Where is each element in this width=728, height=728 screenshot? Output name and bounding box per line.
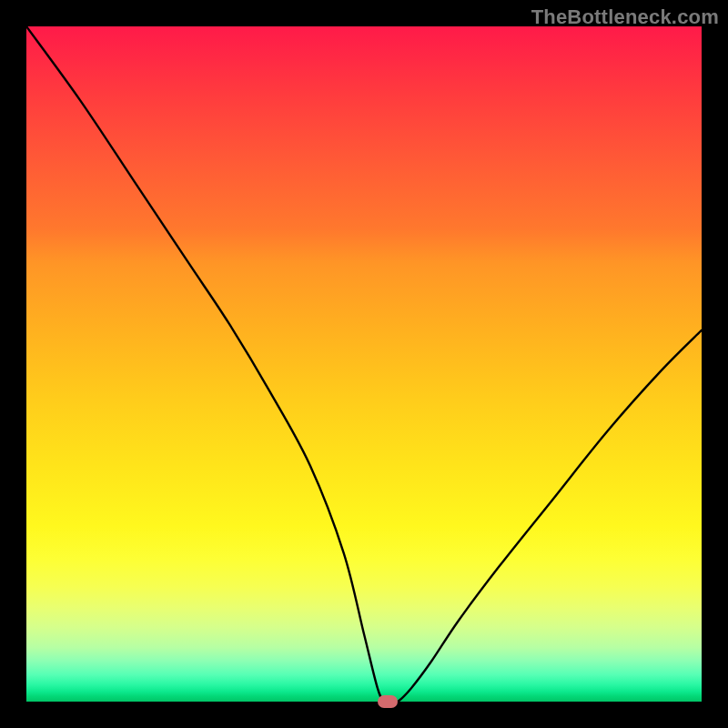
bottleneck-curve <box>26 26 702 702</box>
chart-frame: TheBottleneck.com <box>0 0 728 728</box>
plot-area <box>26 26 702 702</box>
optimal-point-marker <box>378 695 398 708</box>
